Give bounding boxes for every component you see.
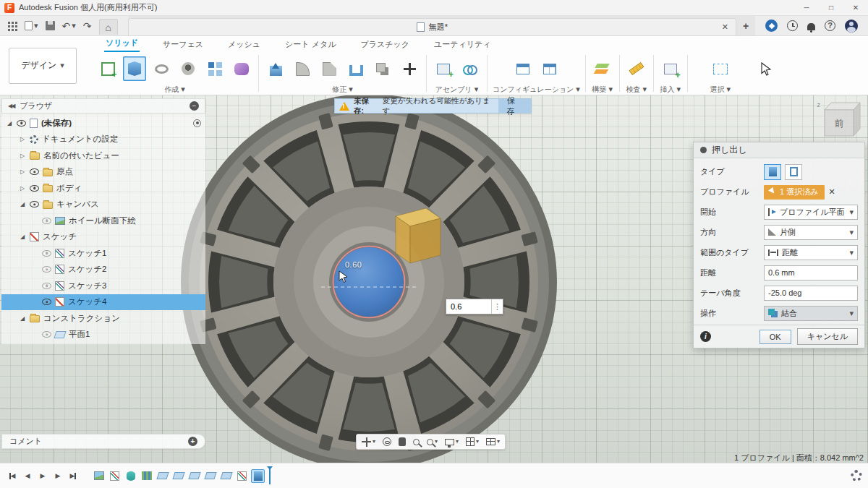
browser-item-origin[interactable]: 原点	[1, 164, 205, 181]
help-icon[interactable]	[825, 20, 835, 31]
browser-item-bodies[interactable]: ボディ	[1, 180, 205, 197]
shell-button[interactable]	[344, 56, 367, 81]
hub-selected-face[interactable]	[334, 247, 404, 317]
create-group-dropdown[interactable]: 作成	[164, 84, 185, 95]
browser-item-sketch1[interactable]: スケッチ1	[1, 245, 205, 262]
undo-button[interactable]	[62, 21, 76, 31]
browser-item-wheel-canvas[interactable]: ホイール断面下絵	[1, 213, 205, 229]
document-tab-close-icon[interactable]	[722, 23, 728, 31]
visibility-eye-icon[interactable]	[42, 299, 51, 305]
start-dropdown[interactable]: プロファイル平面	[764, 205, 858, 220]
redo-button[interactable]	[83, 21, 92, 31]
visibility-eye-icon[interactable]	[42, 218, 51, 224]
expand-icon[interactable]	[19, 153, 26, 159]
more-options-icon[interactable]	[491, 299, 503, 314]
visibility-eye-icon[interactable]	[42, 250, 51, 257]
visibility-eye-icon[interactable]	[42, 266, 51, 273]
minimize-panel-icon[interactable]	[190, 101, 199, 111]
timeline-feature-plane[interactable]	[187, 469, 201, 483]
job-status-clock-icon[interactable]	[787, 20, 798, 31]
extrude-type-thin-button[interactable]	[785, 164, 802, 180]
distance-field[interactable]	[764, 265, 858, 281]
visibility-eye-icon[interactable]	[30, 168, 39, 175]
visibility-eye-icon[interactable]	[30, 185, 39, 192]
activate-radio-icon[interactable]	[193, 119, 201, 127]
expand-icon[interactable]	[19, 185, 26, 192]
save-button[interactable]	[46, 21, 55, 30]
assemble-group-dropdown[interactable]: アセンブリ	[435, 84, 479, 95]
visibility-eye-icon[interactable]	[42, 283, 51, 289]
timeline-feature-sketch[interactable]	[108, 469, 122, 483]
browser-item-plane1[interactable]: 平面1	[1, 327, 205, 343]
tab-plastic[interactable]: プラスチック	[359, 37, 411, 52]
browser-item-construction[interactable]: コンストラクション	[1, 310, 205, 327]
ok-button[interactable]: OK	[760, 330, 791, 344]
distance-value-input[interactable]	[446, 299, 491, 314]
chamfer-button[interactable]	[318, 56, 341, 81]
expand-icon[interactable]	[19, 136, 26, 142]
extrude-type-solid-button[interactable]	[764, 164, 781, 180]
browser-item-named-views[interactable]: 名前の付いたビュー	[1, 147, 205, 164]
user-avatar[interactable]	[845, 20, 858, 33]
app-grid-button[interactable]	[7, 21, 17, 31]
timeline-skip-end-button[interactable]	[67, 469, 80, 482]
joint-button[interactable]	[459, 56, 482, 81]
extent-type-dropdown[interactable]: 距離	[764, 245, 858, 260]
tab-utilities[interactable]: ユーティリティ	[433, 37, 493, 52]
select-button[interactable]	[709, 56, 732, 81]
comment-panel[interactable]: コメント	[1, 434, 205, 449]
add-comment-icon[interactable]	[188, 437, 197, 446]
measure-button[interactable]	[625, 56, 648, 81]
direction-dropdown[interactable]: 片側	[764, 225, 858, 240]
browser-header[interactable]: ブラウザ	[1, 98, 205, 114]
timeline-step-forward-button[interactable]	[51, 469, 64, 482]
extrude-button[interactable]	[123, 56, 146, 81]
pan-hand-button[interactable]	[395, 435, 409, 449]
clear-selection-icon[interactable]	[828, 188, 835, 196]
move-copy-button[interactable]	[398, 56, 421, 81]
construct-plane-button[interactable]	[591, 56, 614, 81]
collapse-panel-icon[interactable]	[8, 103, 14, 109]
tab-sheet-metal[interactable]: シート メタル	[284, 37, 337, 52]
create-form-button[interactable]	[230, 56, 253, 81]
new-tab-button[interactable]	[736, 16, 755, 35]
timeline-feature-plane[interactable]	[171, 469, 185, 483]
zoom-window-button[interactable]	[423, 435, 441, 449]
cancel-button[interactable]: キャンセル	[797, 328, 858, 345]
browser-item-root[interactable]: (未保存)	[1, 115, 205, 132]
workspace-selector[interactable]: デザイン	[9, 48, 77, 84]
configuration-table-button[interactable]	[538, 56, 561, 81]
warning-save-button[interactable]: 保存	[498, 99, 531, 113]
browser-item-sketch4-selected[interactable]: スケッチ4	[1, 294, 205, 311]
timeline-settings-gear-icon[interactable]	[851, 470, 862, 481]
expand-icon[interactable]	[19, 201, 26, 207]
timeline-step-back-button[interactable]	[21, 469, 34, 482]
timeline-feature-plane[interactable]	[219, 469, 233, 483]
viewport-layout-button[interactable]	[482, 435, 503, 449]
viewport-canvas[interactable]: 0.60 ブラウザ (未保存) ドキュメントの設定	[0, 95, 868, 463]
window-maximize-button[interactable]	[819, 0, 843, 15]
timeline-feature-form[interactable]	[140, 469, 153, 483]
configuration-button[interactable]	[511, 56, 535, 81]
operation-dropdown[interactable]: 結合	[764, 306, 858, 321]
browser-item-sketches[interactable]: スケッチ	[1, 229, 205, 246]
browser-item-document-settings[interactable]: ドキュメントの設定	[1, 132, 205, 148]
timeline-feature-canvas[interactable]	[92, 469, 106, 483]
tab-surface[interactable]: サーフェス	[161, 37, 205, 52]
timeline-play-button[interactable]	[36, 469, 49, 482]
visibility-eye-icon[interactable]	[30, 201, 39, 207]
select-group-dropdown[interactable]: 選択	[710, 84, 731, 95]
revolve-button[interactable]	[150, 56, 173, 81]
grid-settings-button[interactable]	[462, 435, 482, 449]
view-cube[interactable]: 前	[814, 100, 862, 142]
fillet-button[interactable]	[291, 56, 314, 81]
construct-group-dropdown[interactable]: 構築	[592, 84, 613, 95]
inspect-group-dropdown[interactable]: 検査	[626, 84, 647, 95]
orbit-button[interactable]	[379, 435, 395, 449]
create-sketch-button[interactable]	[96, 56, 119, 81]
display-settings-button[interactable]	[441, 435, 462, 449]
tab-mesh[interactable]: メッシュ	[226, 37, 262, 52]
home-tab-button[interactable]	[99, 19, 118, 35]
timeline-feature-sketch[interactable]	[235, 469, 249, 483]
timeline-feature-plane[interactable]	[156, 469, 169, 483]
